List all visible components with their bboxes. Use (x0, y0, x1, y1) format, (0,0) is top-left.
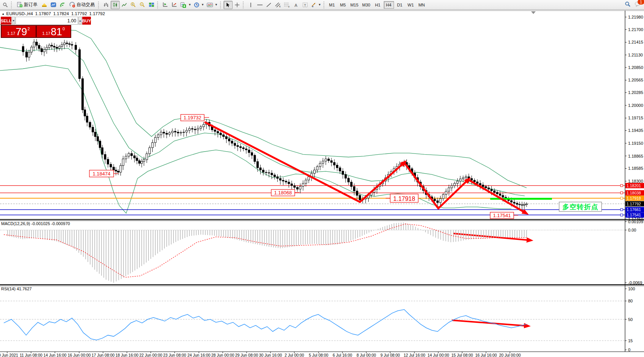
rsi-label: RSI(14) 41.7627 (1, 287, 32, 291)
candlestick-chart-button[interactable] (111, 1, 120, 9)
timeframe-button-w1[interactable]: W1 (406, 1, 416, 9)
candle (511, 200, 513, 202)
candle (456, 181, 458, 183)
time-axis-label: 30 Jun 16:00 (259, 353, 282, 357)
buy-button[interactable]: BUY (82, 17, 91, 25)
fibonacci-tool[interactable]: F (283, 1, 292, 9)
ask-price-prefix: 1.17 (42, 31, 50, 36)
crosshair-tool-button[interactable] (233, 1, 242, 9)
toolbar-grip (98, 2, 100, 8)
ask-price-button[interactable]: 1.17 81 0 (37, 26, 71, 37)
equidistant-channel-tool[interactable]: E (274, 1, 283, 9)
line-chart-button[interactable] (120, 1, 129, 9)
text-label-tool[interactable]: T (301, 1, 310, 9)
timeframe-button-m15[interactable]: M15 (349, 1, 360, 9)
candle (516, 203, 518, 204)
zoom-out-button[interactable] (138, 1, 147, 9)
sell-button[interactable]: SELL (1, 17, 11, 25)
crosshair-mode-button[interactable] (170, 1, 179, 9)
toolbar-search-icon[interactable] (625, 1, 631, 9)
periods-dropdown-caret[interactable]: ▼ (201, 3, 204, 6)
timeframe-button-m1[interactable]: M1 (327, 1, 337, 9)
line-handle[interactable] (621, 208, 623, 211)
candlestick-chart-icon (113, 2, 118, 8)
vertical-line-tool[interactable] (246, 1, 255, 9)
candle (97, 136, 99, 141)
candle (41, 49, 43, 52)
arrows-dropdown-caret[interactable]: ▼ (318, 3, 321, 6)
time-axis-label: 5 Jul 08:00 (309, 353, 328, 357)
price-annotations[interactable]: 1.197321.184741.180681.179181.17541 (89, 114, 518, 219)
price-axis-label: 1.19715 (628, 116, 643, 120)
line-handle[interactable] (621, 197, 623, 199)
search-icon[interactable] (1, 1, 10, 9)
profile-button[interactable] (161, 1, 170, 9)
trend-arrow-rsi[interactable] (452, 320, 527, 326)
line-handle[interactable] (621, 192, 623, 194)
volume-increase-button[interactable]: ▲ (78, 17, 82, 25)
arrows-tool[interactable]: ▼ (310, 1, 322, 9)
trend-arrow-macd[interactable] (453, 233, 530, 240)
turning-point-label[interactable]: 多空转折点 (559, 202, 602, 211)
periods-button[interactable]: ▼ (192, 1, 205, 9)
cursor-tool-button[interactable] (224, 1, 233, 9)
tile-windows-button[interactable] (147, 1, 156, 9)
timeframe-button-mn[interactable]: MN (417, 1, 427, 9)
timeframe-button-m5[interactable]: M5 (338, 1, 348, 9)
new-order-icon (17, 2, 23, 8)
indicators-dropdown-caret[interactable]: ▼ (188, 3, 191, 6)
autotrading-label: 自动交易 (77, 2, 95, 8)
candle (99, 141, 101, 148)
bar-chart-icon (103, 2, 109, 8)
candle (110, 164, 112, 167)
templates-button[interactable]: ▼ (205, 1, 219, 9)
zoom-in-button[interactable] (129, 1, 138, 9)
line-handle[interactable] (621, 214, 623, 216)
data-window-button[interactable] (49, 1, 58, 9)
candle (157, 135, 159, 138)
candle (468, 177, 470, 178)
candle (75, 45, 77, 50)
candle (51, 45, 53, 46)
candles (22, 39, 528, 210)
candle (48, 45, 50, 47)
line-handle[interactable] (621, 185, 623, 187)
price-axis-label: 1.21130 (628, 53, 643, 57)
indicators-button[interactable]: ▼ (179, 1, 192, 9)
timeframe-button-d1[interactable]: D1 (395, 1, 405, 9)
trendline-tool[interactable] (264, 1, 274, 9)
new-order-button[interactable]: 新订单 (14, 1, 40, 9)
timeframe-button-h1[interactable]: H1 (373, 1, 383, 9)
candle (526, 204, 528, 205)
candle (297, 188, 299, 189)
signals-button[interactable] (58, 1, 67, 9)
annotation-text: 1.18068 (274, 190, 292, 196)
market-watch-button[interactable] (40, 1, 49, 9)
new-order-label: 新订单 (24, 2, 38, 8)
text-tool[interactable]: A (292, 1, 301, 9)
timeframe-button-h4[interactable]: H4 (384, 1, 394, 9)
candle (345, 174, 347, 178)
volume-input[interactable] (16, 17, 78, 25)
chat-button[interactable]: 1 (635, 1, 641, 8)
price-axis-label: 1.21415 (628, 40, 643, 44)
horizontal-level-lines[interactable] (0, 185, 625, 216)
trend-arrow-main[interactable] (468, 180, 526, 213)
chart-shift-marker[interactable] (531, 11, 536, 14)
trend-arrow-main[interactable] (205, 122, 404, 202)
price-axis-label: 1.19435 (628, 128, 643, 133)
bar-chart-button[interactable] (102, 1, 111, 9)
templates-dropdown-caret[interactable]: ▼ (215, 3, 218, 6)
volume-decrease-button[interactable]: ▼ (12, 17, 15, 25)
candle (474, 180, 475, 182)
trend-arrows[interactable] (205, 122, 530, 326)
timeframe-button-m30[interactable]: M30 (361, 1, 372, 9)
candle (248, 150, 250, 153)
candle (28, 52, 30, 57)
zoom-in-icon (130, 2, 136, 8)
bid-price-button[interactable]: 1.17 79 2 (2, 26, 36, 37)
bollinger-lower (0, 65, 511, 213)
horizontal-line-tool[interactable] (255, 1, 264, 9)
price-badge-text: 1.17918 (627, 196, 641, 200)
autotrading-button[interactable]: 自动交易 (67, 1, 97, 9)
